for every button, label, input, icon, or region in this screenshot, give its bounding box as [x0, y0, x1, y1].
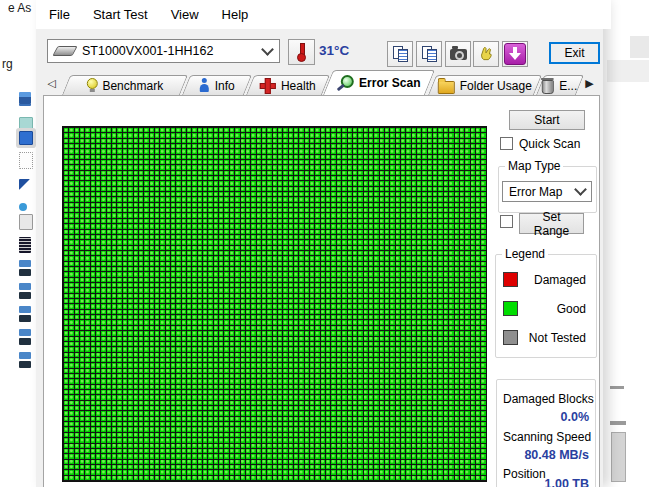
- tab-error-scan-label: Error Scan: [359, 76, 420, 90]
- map-type-value: Error Map: [509, 185, 562, 199]
- hard-disk-icon: [52, 46, 77, 56]
- set-range-checkbox[interactable]: [500, 215, 513, 228]
- exit-button[interactable]: Exit: [549, 42, 600, 64]
- legend-not-tested-swatch: [503, 330, 518, 345]
- quick-scan-label: Quick Scan: [519, 137, 580, 151]
- start-scan-button[interactable]: Start: [509, 110, 585, 130]
- camera-icon: [450, 49, 467, 60]
- tab-erase[interactable]: E...: [536, 75, 584, 95]
- screenshot-button[interactable]: [445, 41, 471, 67]
- position-value: 1.00 TB: [545, 477, 589, 487]
- background-pair-icon[interactable]: [19, 329, 31, 336]
- background-dash: [610, 386, 624, 389]
- person-icon: [199, 78, 210, 93]
- drive-selector-dropdown[interactable]: ST1000VX001-1HH162: [47, 39, 280, 63]
- temperature-button[interactable]: [288, 39, 315, 65]
- background-dot-icon[interactable]: [19, 203, 27, 211]
- lightbulb-icon: [86, 78, 97, 93]
- map-type-groupbox: Map Type Error Map: [498, 166, 597, 213]
- trash-icon: [542, 80, 554, 94]
- damaged-blocks-label: Damaged Blocks: [503, 392, 594, 406]
- background-dash: [610, 421, 626, 425]
- menu-file[interactable]: File: [44, 5, 75, 24]
- menu-start-test[interactable]: Start Test: [88, 5, 153, 24]
- drive-selector-value: ST1000VX001-1HH162: [82, 44, 213, 58]
- map-type-title: Map Type: [505, 159, 563, 173]
- menu-bar: File Start Test View Help: [36, 0, 611, 29]
- background-pair-icon[interactable]: [19, 352, 31, 359]
- legend-title: Legend: [502, 247, 548, 261]
- scan-stats-groupbox: Damaged Blocks 0.0% Scanning Speed 80.48…: [496, 379, 596, 487]
- legend-damaged-label: Damaged: [534, 273, 586, 287]
- quick-scan-checkbox[interactable]: [500, 137, 513, 150]
- tab-erase-label: E...: [559, 79, 577, 93]
- position-label: Position: [503, 467, 546, 481]
- copy-image-button[interactable]: [416, 41, 442, 67]
- background-barcode-icon[interactable]: [19, 237, 31, 253]
- set-range-button[interactable]: Set Range: [519, 213, 584, 234]
- tab-scroll-right-button[interactable]: ▶: [582, 75, 597, 92]
- hand-icon: [477, 45, 495, 63]
- error-scan-block-map: [62, 126, 487, 482]
- scanning-speed-label: Scanning Speed: [503, 430, 591, 444]
- background-list-blue-icon[interactable]: [19, 92, 31, 104]
- legend-groupbox: Legend Damaged Good Not Tested: [495, 254, 597, 358]
- error-scan-page: Start Quick Scan Map Type Error Map Set …: [43, 95, 600, 487]
- scanning-speed-value: 80.48 MB/s: [524, 448, 589, 462]
- thermometer-icon: [297, 43, 306, 61]
- background-doc-icon[interactable]: [19, 152, 33, 169]
- app-window: File Start Test View Help ST1000VX001-1H…: [36, 0, 603, 487]
- background-selected-blue-icon[interactable]: [19, 131, 33, 145]
- menu-help[interactable]: Help: [217, 5, 254, 24]
- tab-folder-usage-label: Folder Usage: [460, 79, 532, 93]
- legend-not-tested-label: Not Tested: [529, 331, 586, 345]
- background-pair-icon[interactable]: [19, 306, 31, 313]
- tab-benchmark[interactable]: Benchmark: [62, 75, 188, 95]
- background-pair-icon[interactable]: [19, 283, 31, 290]
- hand-tool-button[interactable]: [473, 41, 499, 67]
- damaged-blocks-value: 0.0%: [561, 410, 590, 424]
- chevron-down-icon: [574, 183, 587, 196]
- background-doc-gray-icon[interactable]: [19, 214, 33, 230]
- map-type-dropdown[interactable]: Error Map: [502, 181, 592, 202]
- legend-damaged-swatch: [503, 272, 518, 287]
- temperature-value: 31°C: [319, 43, 349, 58]
- red-cross-icon: [260, 78, 276, 94]
- legend-good-label: Good: [557, 302, 586, 316]
- background-title-fragment: e As: [8, 1, 31, 15]
- background-teal-icon[interactable]: [19, 117, 33, 131]
- tab-strip: ◁ Benchmark Info Health: [36, 70, 603, 95]
- download-arrow-icon: [504, 43, 526, 65]
- copy-report-button[interactable]: [387, 41, 413, 67]
- copy-report-icon: [392, 46, 409, 62]
- folder-icon: [438, 81, 455, 94]
- tab-folder-usage[interactable]: Folder Usage: [428, 75, 542, 95]
- background-fragment: [607, 60, 649, 82]
- download-button[interactable]: [502, 41, 528, 67]
- magnifier-icon: [337, 75, 354, 91]
- tab-benchmark-label: Benchmark: [102, 79, 163, 93]
- background-text-fragment: rg: [2, 57, 13, 71]
- tab-health-label: Health: [281, 79, 316, 93]
- tab-scroll-left-button[interactable]: ◁: [44, 75, 59, 92]
- tab-error-scan[interactable]: Error Scan: [323, 70, 435, 95]
- background-triangle-icon[interactable]: [19, 179, 30, 190]
- tab-health[interactable]: Health: [246, 75, 330, 95]
- copy-image-icon: [421, 46, 438, 62]
- screen: e As rg File Start Test View Help ST1000…: [0, 0, 649, 487]
- tab-info-label: Info: [215, 79, 235, 93]
- tab-info[interactable]: Info: [182, 75, 252, 95]
- background-scrollbar-thumb[interactable]: [611, 432, 626, 482]
- legend-good-swatch: [503, 301, 518, 316]
- background-fragment: [630, 36, 649, 58]
- background-pair-icon[interactable]: [19, 260, 31, 267]
- chevron-down-icon: [261, 43, 274, 56]
- menu-view[interactable]: View: [166, 5, 204, 24]
